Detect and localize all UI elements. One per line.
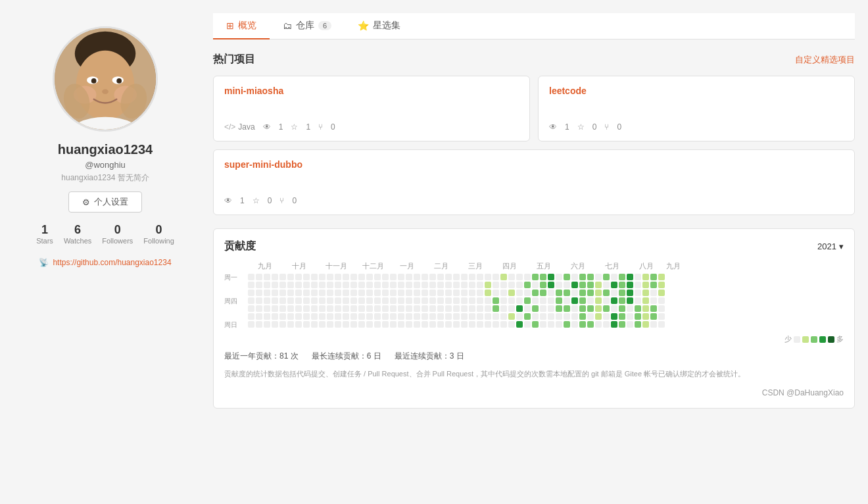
heatmap-cell[interactable] [650,290,657,296]
heatmap-cell[interactable] [303,282,310,288]
heatmap-cell[interactable] [382,305,389,312]
heatmap-cell[interactable] [287,297,294,304]
heatmap-cell[interactable] [429,290,436,296]
heatmap-cell[interactable] [595,282,602,288]
heatmap-cell[interactable] [658,297,665,304]
heatmap-cell[interactable] [406,282,412,288]
heatmap-cell[interactable] [390,313,397,320]
heatmap-cell[interactable] [311,313,318,320]
heatmap-cell[interactable] [319,274,326,280]
heatmap-cell[interactable] [540,297,546,304]
heatmap-cell[interactable] [414,305,420,312]
heatmap-cell[interactable] [493,282,499,288]
heatmap-cell[interactable] [350,313,357,320]
heatmap-cell[interactable] [327,290,333,296]
heatmap-cell[interactable] [556,321,562,328]
heatmap-cell[interactable] [556,274,562,280]
heatmap-cell[interactable] [587,290,594,296]
heatmap-cell[interactable] [295,290,302,296]
heatmap-cell[interactable] [532,282,539,288]
heatmap-cell[interactable] [540,290,546,296]
heatmap-cell[interactable] [635,305,641,312]
heatmap-cell[interactable] [303,297,310,304]
heatmap-cell[interactable] [248,274,254,280]
heatmap-cell[interactable] [311,297,318,304]
heatmap-cell[interactable] [422,305,428,312]
heatmap-cell[interactable] [548,274,554,280]
heatmap-cell[interactable] [256,290,262,296]
heatmap-cell[interactable] [295,282,302,288]
heatmap-cell[interactable] [595,305,602,312]
heatmap-cell[interactable] [287,290,294,296]
heatmap-cell[interactable] [311,274,318,280]
github-link[interactable]: 📡 https://github.com/huangxiao1234 [39,258,171,267]
heatmap-cell[interactable] [524,274,531,280]
heatmap-cell[interactable] [619,305,625,312]
heatmap-cell[interactable] [658,321,665,328]
heatmap-cell[interactable] [248,290,254,296]
heatmap-cell[interactable] [493,321,499,328]
heatmap-cell[interactable] [485,274,491,280]
heatmap-cell[interactable] [587,321,594,328]
heatmap-cell[interactable] [627,305,633,312]
heatmap-cell[interactable] [493,274,499,280]
heatmap-cell[interactable] [398,274,404,280]
heatmap-cell[interactable] [366,274,373,280]
heatmap-cell[interactable] [493,305,499,312]
heatmap-cell[interactable] [469,313,475,320]
heatmap-cell[interactable] [469,290,475,296]
heatmap-cell[interactable] [398,290,404,296]
heatmap-cell[interactable] [319,297,326,304]
heatmap-cell[interactable] [414,282,420,288]
heatmap-cell[interactable] [429,313,436,320]
heatmap-cell[interactable] [422,297,428,304]
heatmap-cell[interactable] [516,282,523,288]
heatmap-cell[interactable] [650,297,657,304]
heatmap-cell[interactable] [335,274,341,280]
heatmap-cell[interactable] [485,313,491,320]
heatmap-cell[interactable] [627,321,633,328]
heatmap-cell[interactable] [343,290,349,296]
heatmap-cell[interactable] [508,321,515,328]
heatmap-cell[interactable] [635,274,641,280]
heatmap-cell[interactable] [461,290,468,296]
heatmap-cell[interactable] [642,274,649,280]
heatmap-cell[interactable] [398,321,404,328]
heatmap-cell[interactable] [619,313,625,320]
heatmap-cell[interactable] [358,290,365,296]
heatmap-cell[interactable] [500,274,507,280]
heatmap-cell[interactable] [524,290,531,296]
heatmap-cell[interactable] [295,274,302,280]
heatmap-cell[interactable] [587,305,594,312]
heatmap-cell[interactable] [508,274,515,280]
heatmap-cell[interactable] [493,290,499,296]
heatmap-cell[interactable] [390,282,397,288]
heatmap-cell[interactable] [295,321,302,328]
heatmap-cell[interactable] [327,321,333,328]
heatmap-cell[interactable] [556,282,562,288]
heatmap-cell[interactable] [635,290,641,296]
heatmap-cell[interactable] [611,274,617,280]
heatmap-cell[interactable] [248,321,254,328]
heatmap-cell[interactable] [279,274,286,280]
heatmap-cell[interactable] [595,274,602,280]
heatmap-cell[interactable] [540,305,546,312]
heatmap-cell[interactable] [327,282,333,288]
heatmap-cell[interactable] [295,297,302,304]
heatmap-cell[interactable] [374,321,381,328]
heatmap-cell[interactable] [650,305,657,312]
heatmap-cell[interactable] [303,321,310,328]
heatmap-cell[interactable] [658,290,665,296]
heatmap-cell[interactable] [287,321,294,328]
heatmap-cell[interactable] [343,305,349,312]
heatmap-cell[interactable] [445,313,452,320]
heatmap-cell[interactable] [627,282,633,288]
heatmap-cell[interactable] [469,282,475,288]
heatmap-cell[interactable] [461,321,468,328]
heatmap-cell[interactable] [453,305,460,312]
heatmap-cell[interactable] [571,297,578,304]
heatmap-cell[interactable] [548,297,554,304]
heatmap-cell[interactable] [264,274,270,280]
heatmap-cell[interactable] [571,321,578,328]
heatmap-cell[interactable] [414,297,420,304]
